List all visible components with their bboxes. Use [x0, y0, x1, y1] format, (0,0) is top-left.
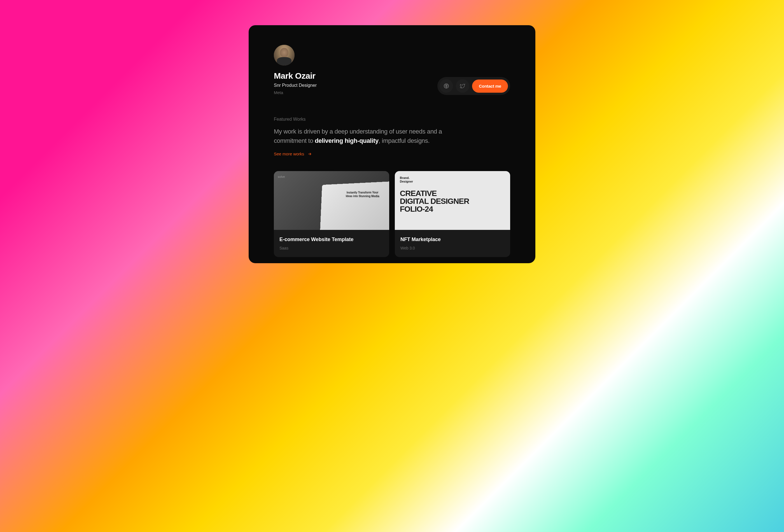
work-thumbnail-2: Brand. Designer CREATIVE DIGITAL DESIGNE… — [395, 171, 510, 230]
see-more-link[interactable]: See more works — [274, 151, 312, 156]
contact-button[interactable]: Contact me — [472, 80, 508, 93]
thumb-1-label: solve — [278, 175, 285, 178]
arrow-right-icon — [307, 152, 312, 156]
work-title-2: NFT Marketplace — [400, 236, 505, 243]
work-category-1: Saas — [279, 246, 384, 250]
twitter-button[interactable] — [456, 79, 469, 93]
avatar[interactable] — [274, 45, 295, 65]
works-grid: solve E-commerce Website Template Saas B… — [274, 171, 510, 257]
work-info-2: NFT Marketplace Web 3.0 — [395, 230, 510, 257]
see-more-label: See more works — [274, 151, 304, 156]
actions-bar: Contact me — [437, 77, 510, 95]
work-card-1[interactable]: solve E-commerce Website Template Saas — [274, 171, 389, 257]
twitter-icon — [460, 83, 465, 89]
profile-title: Snr Product Designer — [274, 83, 317, 88]
thumb-2-headline: CREATIVE DIGITAL DESIGNER FOLIO-24 — [400, 190, 505, 213]
work-card-2[interactable]: Brand. Designer CREATIVE DIGITAL DESIGNE… — [395, 171, 510, 257]
work-info-1: E-commerce Website Template Saas — [274, 230, 389, 257]
works-section: Featured Works My work is driven by a de… — [274, 117, 510, 257]
description-highlight: delivering high-quality — [315, 137, 379, 144]
section-description: My work is driven by a deep understandin… — [274, 127, 473, 145]
profile-card: Mark Ozair Snr Product Designer Meta — [249, 25, 535, 263]
profile-name: Mark Ozair — [274, 71, 317, 81]
dribbble-icon — [444, 83, 449, 89]
header-row: Mark Ozair Snr Product Designer Meta — [274, 45, 510, 95]
profile-company: Meta — [274, 90, 317, 95]
profile-info: Mark Ozair Snr Product Designer Meta — [274, 45, 317, 95]
dribbble-button[interactable] — [440, 79, 453, 93]
work-title-1: E-commerce Website Template — [279, 236, 384, 243]
thumb-2-brand: Brand. Designer — [400, 176, 505, 184]
work-thumbnail-1: solve — [274, 171, 389, 230]
work-category-2: Web 3.0 — [400, 246, 505, 250]
section-label: Featured Works — [274, 117, 510, 122]
description-part2: , impactful designs. — [379, 137, 429, 144]
